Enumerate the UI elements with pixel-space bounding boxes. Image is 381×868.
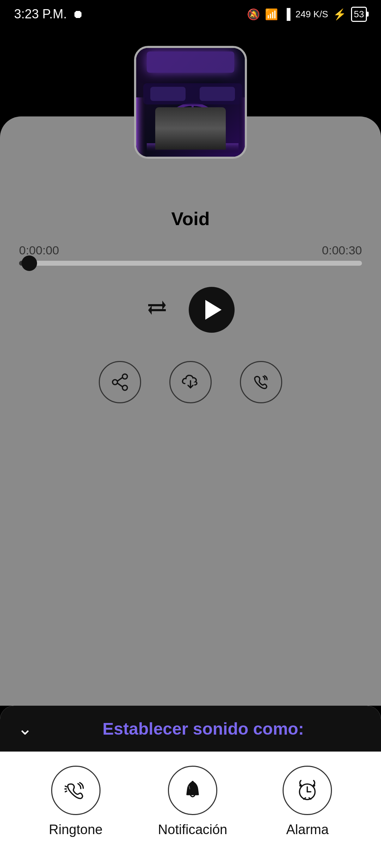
time-display: 3:23 P.M. [14, 7, 67, 22]
sound-options: Ringtone Notificación [0, 752, 381, 837]
bell-icon [181, 779, 204, 802]
share-icon [111, 373, 129, 391]
svg-point-22 [192, 781, 194, 783]
alarm-icon [296, 779, 319, 802]
ringtone-set-button[interactable] [240, 361, 282, 403]
bottom-sheet: ⌄ Establecer sonido como: Ringtone [0, 706, 381, 868]
album-art-image [136, 48, 245, 157]
alarm-circle [283, 766, 332, 815]
svg-point-15 [122, 385, 127, 390]
notification-label: Notificación [158, 822, 227, 837]
action-buttons [99, 361, 282, 403]
progress-thumb[interactable] [22, 255, 37, 271]
silent-icon: 🔕 [247, 8, 260, 20]
download-icon [181, 373, 200, 391]
option-notification[interactable]: Notificación [158, 766, 227, 837]
player-card: Void 0:00:00 0:00:30 [0, 116, 381, 706]
ringtone-label: Ringtone [49, 822, 103, 837]
phone-ringtone-icon [252, 373, 270, 391]
collapse-button[interactable]: ⌄ [18, 718, 32, 739]
svg-line-16 [117, 378, 122, 381]
repeat-button[interactable] [146, 299, 168, 321]
battery-indicator: 53 [351, 7, 367, 22]
status-bar: 3:23 P.M. ⏺ 🔕 📶 ▐ 249 K/S ⚡ 53 [0, 0, 381, 28]
svg-point-3 [182, 111, 203, 126]
svg-point-28 [313, 784, 315, 786]
svg-point-14 [113, 380, 117, 385]
notification-circle [168, 766, 217, 815]
share-button[interactable] [99, 361, 141, 403]
play-button[interactable] [189, 287, 235, 333]
status-right: 🔕 📶 ▐ 249 K/S ⚡ 53 [247, 7, 367, 22]
signal-icon: ▐ [283, 8, 290, 20]
album-art [134, 46, 247, 159]
bottom-sheet-header: ⌄ Establecer sonido como: [0, 706, 381, 752]
phone-ring-icon [64, 779, 87, 802]
svg-point-27 [299, 784, 302, 786]
time-current: 0:00:00 [19, 243, 59, 257]
svg-rect-8 [150, 87, 186, 101]
time-total: 0:00:30 [322, 243, 362, 257]
option-ringtone[interactable]: Ringtone [49, 766, 103, 837]
battery-level: 53 [354, 9, 364, 20]
main-controls [146, 287, 235, 333]
status-left: 3:23 P.M. ⏺ [14, 7, 84, 22]
ringtone-circle [51, 766, 101, 815]
bottom-sheet-title: Establecer sonido como: [43, 719, 363, 739]
time-display-row: 0:00:00 0:00:30 [19, 243, 362, 257]
alarm-label: Alarma [286, 822, 328, 837]
charging-icon: ⚡ [333, 8, 346, 20]
svg-point-13 [122, 374, 127, 379]
svg-line-20 [65, 786, 67, 787]
option-alarm[interactable]: Alarma [283, 766, 332, 837]
progress-bar[interactable] [19, 261, 362, 266]
repeat-icon [146, 299, 168, 317]
network-speed: 249 K/S [296, 9, 328, 20]
track-title: Void [171, 208, 210, 229]
svg-rect-12 [147, 143, 238, 154]
svg-line-21 [65, 791, 67, 792]
svg-line-17 [117, 383, 122, 387]
svg-point-2 [171, 104, 214, 133]
svg-rect-9 [200, 87, 235, 101]
svg-rect-10 [136, 97, 147, 157]
download-button[interactable] [169, 361, 212, 403]
parental-icon: ⏺ [72, 8, 84, 21]
play-icon [205, 300, 222, 320]
svg-rect-11 [238, 97, 245, 157]
track-info: Void [171, 208, 210, 236]
wifi-icon: 📶 [265, 8, 278, 20]
album-art-svg [136, 48, 245, 157]
